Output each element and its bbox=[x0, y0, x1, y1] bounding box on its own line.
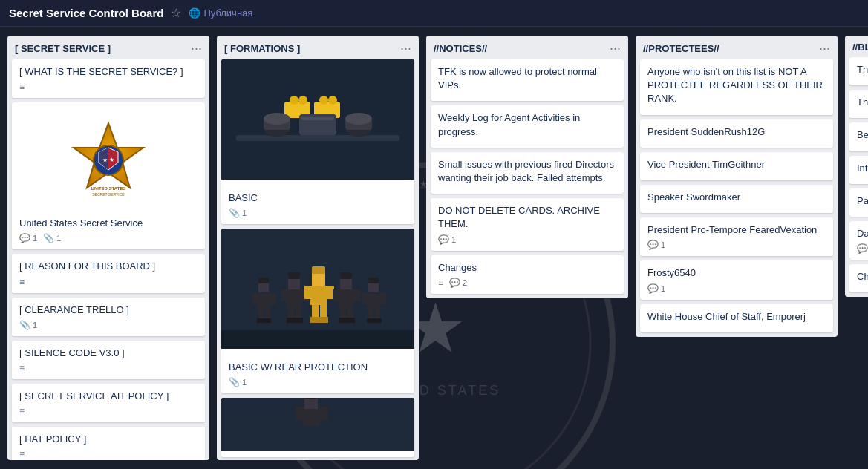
card-title-p4: President Pro-Tempore FearedVexation bbox=[647, 223, 826, 237]
column-cards-protectees: Anyone who isn't on this list is NOT A P… bbox=[636, 59, 838, 337]
card-title-notice-2: Weekly Log for Agent Activities in progr… bbox=[438, 111, 616, 138]
card-lines-ait: ≡ bbox=[19, 406, 25, 416]
svg-rect-64 bbox=[339, 318, 347, 323]
column-notices: //NOTICES// ··· TFK is now allowed to pr… bbox=[426, 36, 628, 298]
formation-image-3 bbox=[221, 398, 414, 451]
card-protectee-warning[interactable]: Anyone who isn't on this list is NOT A P… bbox=[640, 59, 833, 115]
card-protectee-4[interactable]: President Pro-Tempore FearedVexation 💬 1 bbox=[640, 217, 833, 256]
card-clearance[interactable]: [ CLEARANCE TRELLO ] 📎 1 bbox=[12, 298, 205, 336]
svg-rect-62 bbox=[340, 307, 346, 319]
lines-icon-hat: ≡ bbox=[19, 449, 25, 459]
column-title-formations: [ FORMATIONS ] bbox=[224, 43, 300, 54]
card-title: [ WHAT IS THE SECRET SERVICE? ] bbox=[19, 65, 198, 79]
formation2-svg bbox=[221, 229, 414, 349]
card-basic-content: BASIC 📎 1 bbox=[221, 186, 414, 224]
svg-rect-37 bbox=[257, 318, 264, 323]
attach-count-clearance: 1 bbox=[33, 321, 37, 329]
card-protectee-1[interactable]: President SuddenRush12G bbox=[640, 119, 833, 148]
column-menu-formations[interactable]: ··· bbox=[400, 42, 411, 55]
svg-rect-46 bbox=[287, 318, 295, 323]
lines-icon-reason: ≡ bbox=[19, 277, 25, 287]
card-meta-bla-6: 💬 1 bbox=[857, 243, 868, 254]
comment-icon-p5: 💬 bbox=[647, 283, 659, 294]
card-bla-1[interactable]: Thes White be ar bbox=[849, 57, 868, 85]
svg-rect-54 bbox=[320, 305, 327, 318]
card-title-warning: Anyone who isn't on this list is NOT A P… bbox=[647, 65, 826, 106]
card-bla-7[interactable]: Chris bbox=[849, 264, 868, 292]
card-title-bla-7: Chris bbox=[857, 270, 868, 283]
svg-rect-32 bbox=[258, 278, 269, 283]
formation-image-basic bbox=[221, 59, 414, 180]
card-title-silence: [ SILENCE CODE V3.0 ] bbox=[19, 347, 198, 360]
formation-image-rear bbox=[221, 229, 414, 349]
card-bla-3[interactable]: Benja bbox=[849, 122, 868, 151]
card-title-clearance: [ CLEARANCE TRELLO ] bbox=[19, 304, 198, 317]
card-basic[interactable]: BASIC 📎 1 bbox=[221, 59, 414, 224]
card-title-p3: Speaker Swordmaker bbox=[647, 191, 826, 204]
card-bla-5[interactable]: Pasto bbox=[849, 188, 868, 217]
attach-icon-rear: 📎 bbox=[229, 377, 240, 387]
visibility-button[interactable]: 🌐 Публичная bbox=[189, 7, 252, 19]
star-icon[interactable]: ☆ bbox=[171, 6, 181, 20]
card-hat[interactable]: [ HAT POLICY ] ≡ bbox=[12, 427, 205, 460]
card-meta-basic: 📎 1 bbox=[229, 208, 407, 218]
comment-icon-notice5: 💬 bbox=[449, 278, 460, 288]
card-meta-clearance: 📎 1 bbox=[19, 320, 198, 330]
card-notice-1[interactable]: TFK is now allowed to protect normal VIP… bbox=[431, 59, 624, 101]
card-notice-2[interactable]: Weekly Log for Agent Activities in progr… bbox=[431, 105, 624, 147]
column-cards-bla: Thes White be ar Thom Benja Infly Pasto … bbox=[845, 57, 868, 297]
card-badge-attachments: 📎 1 bbox=[43, 233, 61, 243]
svg-rect-59 bbox=[340, 272, 352, 279]
card-notice-4[interactable]: DO NOT DELETE CARDS. ARCHIVE THEM. 💬 1 bbox=[431, 198, 624, 250]
card-notice-3[interactable]: Small issues with previous fired Directo… bbox=[431, 152, 624, 194]
column-header-notices: //NOTICES// ··· bbox=[426, 36, 628, 59]
column-protectees: //PROTECTEES// ··· Anyone who isn't on t… bbox=[636, 36, 838, 337]
svg-point-16 bbox=[290, 96, 298, 105]
card-formation3[interactable] bbox=[221, 398, 414, 457]
card-protectee-6[interactable]: White House Chief of Staff, Emporerj bbox=[640, 304, 833, 332]
card-attach-clearance: 📎 1 bbox=[19, 320, 37, 330]
column-menu-protectees[interactable]: ··· bbox=[819, 42, 830, 55]
card-what-is-ss[interactable]: [ WHAT IS THE SECRET SERVICE? ] ≡ bbox=[12, 59, 205, 98]
card-protectee-5[interactable]: Frosty6540 💬 1 bbox=[640, 260, 833, 299]
card-reason[interactable]: [ REASON FOR THIS BOARD ] ≡ bbox=[12, 254, 205, 292]
card-ait[interactable]: [ SECRET SERVICE AIT POLICY ] ≡ bbox=[12, 384, 205, 422]
svg-point-25 bbox=[345, 113, 372, 125]
column-title-bla: //BLA bbox=[852, 42, 868, 53]
column-menu-icon-secret-service[interactable]: ··· bbox=[191, 42, 202, 55]
card-comment-notice-4: 💬 1 bbox=[438, 234, 456, 245]
card-comment-p4: 💬 1 bbox=[647, 240, 665, 250]
comment-count-notice5: 2 bbox=[463, 278, 467, 287]
card-lines-silence: ≡ bbox=[19, 363, 25, 373]
column-cards-secret-service: [ WHAT IS THE SECRET SERVICE? ] ≡ bbox=[7, 59, 209, 460]
svg-rect-73 bbox=[367, 318, 374, 323]
svg-rect-35 bbox=[258, 309, 264, 320]
svg-rect-65 bbox=[347, 318, 355, 323]
card-title-notice-5: Changes bbox=[438, 261, 616, 275]
board-container: ★ UNITED STATES ★ ★ ★ ★ ★ ★ ★ ★ ★ ★ ★ ★ … bbox=[0, 27, 868, 469]
card-bla-4[interactable]: Infly bbox=[849, 156, 868, 184]
globe-icon: 🌐 bbox=[189, 7, 200, 19]
card-meta-notice-5: ≡ 💬 2 bbox=[438, 278, 616, 288]
card-badge[interactable]: ★ ★ UNITED STATES SECRET SERVICE United … bbox=[12, 102, 205, 249]
formation1-svg bbox=[221, 59, 414, 180]
column-menu-notices[interactable]: ··· bbox=[610, 42, 621, 55]
svg-rect-60 bbox=[333, 289, 339, 301]
card-bla-6[interactable]: Data: 💬 1 bbox=[849, 221, 868, 260]
card-protectee-3[interactable]: Speaker Swordmaker bbox=[640, 185, 833, 213]
card-protectee-2[interactable]: Vice President TimGeithner bbox=[640, 152, 833, 180]
svg-rect-45 bbox=[296, 307, 301, 319]
card-title-bla-1: Thes White be ar bbox=[857, 63, 868, 76]
card-comment-p5: 💬 1 bbox=[647, 283, 665, 294]
column-cards-notices: TFK is now allowed to protect normal VIP… bbox=[426, 59, 628, 298]
card-silence[interactable]: [ SILENCE CODE V3.0 ] ≡ bbox=[12, 341, 205, 379]
badge-image: ★ ★ UNITED STATES SECRET SERVICE bbox=[19, 108, 198, 212]
card-basic-rear[interactable]: BASIC W/ REAR PROTECTION 📎 1 bbox=[221, 229, 414, 393]
column-header-protectees: //PROTECTEES// ··· bbox=[636, 36, 838, 59]
card-bla-2[interactable]: Thom bbox=[849, 90, 868, 118]
card-title-bla-5: Pasto bbox=[857, 194, 868, 208]
svg-rect-74 bbox=[374, 318, 382, 323]
card-notice-5[interactable]: Changes ≡ 💬 2 bbox=[431, 255, 624, 294]
card-title-bla-3: Benja bbox=[857, 128, 868, 142]
svg-point-18 bbox=[319, 96, 328, 105]
